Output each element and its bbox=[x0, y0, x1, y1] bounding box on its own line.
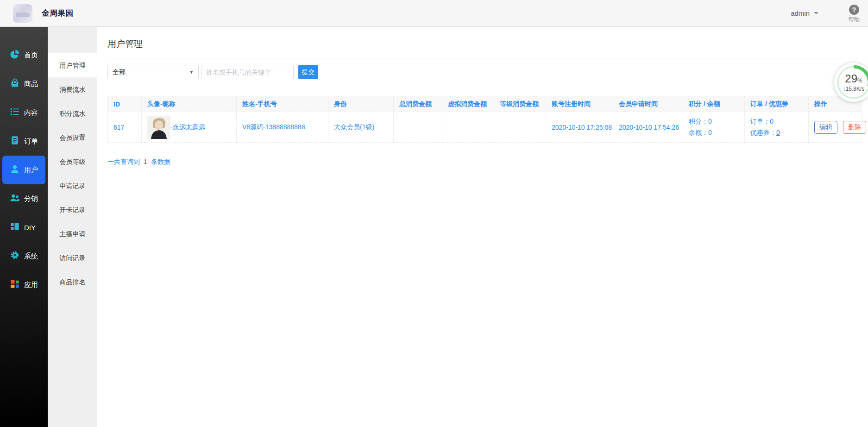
col-virtual-spend: 虚拟消费金额 bbox=[442, 96, 494, 112]
col-id: ID bbox=[108, 96, 142, 112]
sidebar-item-system[interactable]: 系统 bbox=[0, 242, 48, 270]
submit-button[interactable]: 提交 bbox=[298, 65, 318, 79]
percent-value: 29 bbox=[845, 72, 857, 85]
summary-suffix: 条数据 bbox=[151, 158, 170, 165]
cell-avatar-nickname: -永远太遥远 bbox=[142, 112, 237, 143]
sidebar-item-apps[interactable]: 应用 bbox=[0, 270, 48, 299]
pie-chart-icon bbox=[10, 49, 20, 61]
col-avatar-nickname: 头像-昵称 bbox=[142, 96, 237, 112]
col-points-balance: 积分 / 余额 bbox=[683, 96, 745, 112]
submenu-item-member-levels[interactable]: 会员等级 bbox=[48, 150, 97, 174]
orders-value: 0 bbox=[770, 118, 774, 125]
col-level-spend: 等级消费金额 bbox=[494, 96, 546, 112]
cell-total-spend bbox=[394, 112, 442, 143]
col-apply-time: 会员申请时间 bbox=[613, 96, 683, 112]
submenu-item-application-records[interactable]: 申请记录 bbox=[48, 174, 97, 198]
cell-actions: 编辑 删除 bbox=[809, 112, 862, 143]
submenu-item-visit-records[interactable]: 访问记录 bbox=[48, 246, 97, 270]
sidebar-item-content[interactable]: 内容 bbox=[0, 98, 48, 127]
submenu-item-anchor-application[interactable]: 主播申请 bbox=[48, 222, 97, 246]
col-orders-coupons: 订单 / 优惠券 bbox=[745, 96, 809, 112]
coupons-label: 优惠券： bbox=[750, 129, 776, 136]
percent-unit: % bbox=[857, 77, 862, 84]
help-button[interactable]: ? 帮助 bbox=[840, 3, 868, 24]
users-table: ID 头像-昵称 姓名-手机号 身份 总消费金额 虚拟消费金额 等级消费金额 账… bbox=[107, 96, 862, 143]
sidebar-item-diy[interactable]: DIY bbox=[0, 213, 48, 242]
submenu-item-product-ranking[interactable]: 商品排名 bbox=[48, 270, 97, 294]
col-register-time: 账号注册时间 bbox=[546, 96, 613, 112]
sidebar-item-products[interactable]: 商品 bbox=[0, 69, 48, 98]
cell-orders-coupons: 订单：0 优惠券：0 bbox=[745, 112, 809, 143]
top-header: 金周果园 admin ? 帮助 bbox=[0, 0, 868, 27]
cell-level-spend bbox=[494, 112, 546, 143]
cell-register-time: 2020-10-10 17:25:08 bbox=[546, 112, 613, 143]
app-logo bbox=[13, 4, 32, 23]
network-speed-badge[interactable]: 29% ↓15.8K/s bbox=[834, 63, 868, 102]
primary-sidebar: 首页 商品 内容 bbox=[0, 27, 48, 427]
cell-name-phone: V8源码-13888888888 bbox=[237, 112, 328, 143]
nickname-link[interactable]: -永远太遥远 bbox=[170, 123, 205, 132]
users-icon bbox=[10, 193, 20, 205]
submenu-item-user-management[interactable]: 用户管理 bbox=[48, 53, 97, 77]
page-header: 用户管理 bbox=[107, 27, 862, 58]
shopping-bag-icon bbox=[10, 78, 20, 90]
main-content: 用户管理 全部 ▼ 提交 ID 头像-昵称 姓名-手机号 身份 总消费金额 虚拟… bbox=[97, 27, 868, 427]
points-label: 积分： bbox=[689, 118, 708, 125]
balance-label: 余额： bbox=[689, 129, 708, 136]
apps-grid-icon bbox=[10, 279, 20, 291]
orders-label: 订单： bbox=[750, 118, 770, 125]
balance-value: 0 bbox=[708, 129, 712, 136]
sidebar-item-distribution[interactable]: 分销 bbox=[0, 184, 48, 213]
submenu-item-member-settings[interactable]: 会员设置 bbox=[48, 126, 97, 150]
table-header-row: ID 头像-昵称 姓名-手机号 身份 总消费金额 虚拟消费金额 等级消费金额 账… bbox=[108, 96, 862, 112]
list-icon bbox=[10, 107, 20, 119]
points-value: 0 bbox=[708, 118, 712, 125]
cell-points-balance: 积分：0 余额：0 bbox=[683, 112, 745, 143]
summary-count: 1 bbox=[144, 158, 147, 165]
document-icon bbox=[10, 135, 20, 147]
avatar bbox=[147, 116, 170, 139]
result-summary: 一共查询到1条数据 bbox=[107, 158, 862, 166]
admin-username: admin bbox=[791, 9, 810, 17]
cell-id: 617 bbox=[108, 112, 142, 143]
filter-bar: 全部 ▼ 提交 bbox=[107, 65, 862, 79]
help-label: 帮助 bbox=[849, 16, 860, 24]
sidebar-item-orders[interactable]: 订单 bbox=[0, 127, 48, 156]
gear-icon bbox=[10, 250, 20, 262]
speed-value: 15.8K/s bbox=[846, 86, 865, 92]
cell-apply-time: 2020-10-10 17:54:26 bbox=[613, 112, 683, 143]
submenu-item-points-flow[interactable]: 积分流水 bbox=[48, 101, 97, 126]
app-title: 金周果园 bbox=[42, 8, 73, 19]
col-name-phone: 姓名-手机号 bbox=[237, 96, 328, 112]
user-icon bbox=[10, 164, 20, 176]
sidebar-item-users[interactable]: 用户 bbox=[2, 156, 45, 184]
sidebar-item-home[interactable]: 首页 bbox=[0, 41, 48, 69]
select-arrow-icon: ▼ bbox=[189, 70, 194, 75]
user-type-select[interactable]: 全部 ▼ bbox=[107, 65, 199, 79]
table-row: 617 -永远太遥远 V8源码-13888888888 大众会 bbox=[108, 112, 862, 143]
cell-virtual-spend bbox=[442, 112, 494, 143]
submenu-item-card-records[interactable]: 开卡记录 bbox=[48, 198, 97, 222]
chevron-down-icon bbox=[814, 12, 818, 14]
summary-prefix: 一共查询到 bbox=[107, 158, 140, 165]
select-value: 全部 bbox=[113, 68, 126, 76]
delete-button[interactable]: 删除 bbox=[843, 121, 866, 134]
search-input[interactable] bbox=[201, 65, 294, 79]
col-total-spend: 总消费金额 bbox=[394, 96, 442, 112]
submenu-item-consumption-flow[interactable]: 消费流水 bbox=[48, 77, 97, 101]
page-title: 用户管理 bbox=[107, 38, 862, 50]
layout-icon bbox=[10, 221, 20, 233]
cell-identity: 大众会员(1级) bbox=[328, 112, 394, 143]
secondary-sidebar: 用户管理 消费流水 积分流水 会员设置 会员等级 申请记录 开卡记录 主播申请 … bbox=[48, 27, 97, 427]
question-mark-icon: ? bbox=[849, 5, 859, 15]
col-identity: 身份 bbox=[328, 96, 394, 112]
edit-button[interactable]: 编辑 bbox=[814, 121, 837, 134]
admin-dropdown[interactable]: admin bbox=[791, 9, 818, 17]
coupons-count-link[interactable]: 0 bbox=[776, 129, 780, 136]
